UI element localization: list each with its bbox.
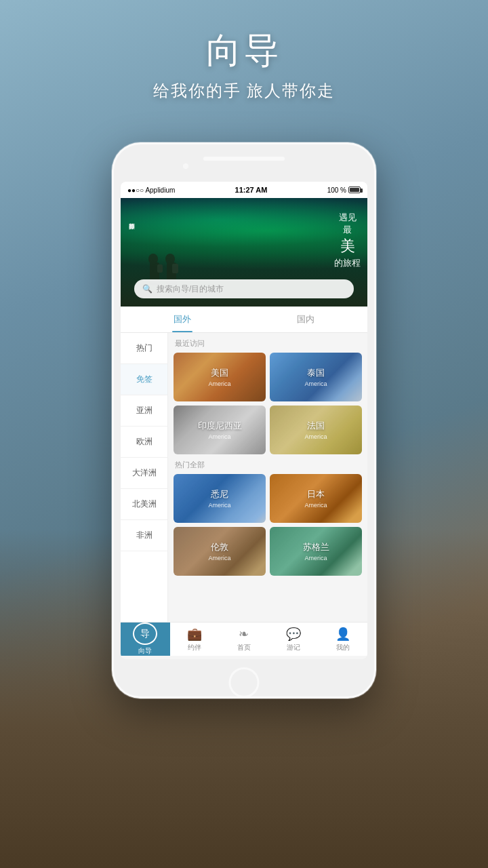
dest-card-france[interactable]: 法国 America bbox=[270, 406, 362, 454]
dest-usa-en: America bbox=[208, 380, 230, 387]
nav-guide-label: 向导 bbox=[138, 646, 152, 656]
hero-banner: 遇见 最 美 的旅程 摄影师推荐 🔍 搜索向导/目的城市 bbox=[121, 198, 367, 307]
dest-card-indonesia[interactable]: 印度尼西亚 America bbox=[174, 406, 266, 454]
svg-point-6 bbox=[165, 254, 175, 264]
dest-usa-overlay: 美国 America bbox=[174, 353, 266, 401]
nav-item-notes[interactable]: 💬 游记 bbox=[268, 623, 318, 656]
sidebar-item-europe[interactable]: 欧洲 bbox=[121, 427, 167, 458]
nav-guide-badge: 导 bbox=[133, 623, 157, 645]
status-bar: ●●○○ Applidium 11:27 AM 100 % bbox=[121, 182, 367, 198]
dest-scotland-overlay: 苏格兰 America bbox=[270, 527, 362, 576]
svg-rect-3 bbox=[157, 264, 163, 273]
nav-home-label: 首页 bbox=[237, 643, 251, 652]
dest-thailand-en: America bbox=[304, 380, 327, 387]
search-bar[interactable]: 🔍 搜索向导/目的城市 bbox=[134, 279, 354, 298]
dest-london-overlay: 伦敦 America bbox=[174, 527, 266, 576]
page-title-area: 向导 给我你的手 旅人带你走 bbox=[0, 27, 488, 102]
tabs-row: 国外 国内 bbox=[121, 307, 367, 333]
hero-big-char: 美 bbox=[334, 236, 361, 257]
hot-section-label: 热门全部 bbox=[174, 460, 362, 470]
svg-rect-7 bbox=[172, 264, 178, 273]
nav-notes-label: 游记 bbox=[287, 643, 300, 652]
nav-companions-icon: 💼 bbox=[187, 627, 202, 642]
nav-item-guide[interactable]: 导 向导 bbox=[121, 623, 170, 656]
battery-icon bbox=[348, 186, 361, 193]
dest-card-sydney[interactable]: 悉尼 America bbox=[174, 474, 266, 523]
recent-section-label: 最近访问 bbox=[174, 338, 362, 349]
sidebar-item-asia[interactable]: 亚洲 bbox=[121, 395, 167, 427]
dest-japan-cn: 日本 bbox=[307, 488, 325, 500]
recent-grid: 美国 America 泰国 America bbox=[174, 353, 362, 454]
sidebar-item-oceania[interactable]: 大洋洲 bbox=[121, 458, 167, 489]
phone-screen: ●●○○ Applidium 11:27 AM 100 % bbox=[121, 182, 367, 659]
dest-thailand-cn: 泰国 bbox=[307, 367, 325, 379]
nav-item-home[interactable]: ❧ 首页 bbox=[220, 623, 269, 656]
tab-domestic[interactable]: 国内 bbox=[244, 307, 367, 332]
sidebar-item-visa-free[interactable]: 免签 bbox=[121, 364, 167, 395]
nav-notes-icon: 💬 bbox=[286, 627, 301, 642]
dest-sydney-overlay: 悉尼 America bbox=[174, 474, 266, 523]
dest-france-en: America bbox=[304, 433, 327, 440]
dest-london-en: America bbox=[208, 555, 230, 561]
sidebar-item-africa[interactable]: 非洲 bbox=[121, 520, 167, 551]
bottom-nav: 导 向导 💼 约伴 ❧ 首页 💬 游记 👤 我的 bbox=[121, 622, 367, 656]
nav-guide-icon: 导 bbox=[140, 628, 150, 640]
phone-home-button[interactable] bbox=[229, 667, 260, 698]
dest-indonesia-en: America bbox=[208, 433, 230, 440]
dest-sydney-cn: 悉尼 bbox=[211, 488, 228, 500]
dest-card-london[interactable]: 伦敦 America bbox=[174, 527, 266, 576]
main-content: 热门 免签 亚洲 欧洲 大洋洲 北美洲 非洲 最近访问 美国 America bbox=[121, 333, 367, 622]
nav-companions-label: 约伴 bbox=[188, 643, 201, 652]
hot-grid: 悉尼 America 日本 America bbox=[174, 474, 362, 576]
nav-item-profile[interactable]: 👤 我的 bbox=[318, 623, 367, 656]
dest-indonesia-cn: 印度尼西亚 bbox=[198, 420, 242, 432]
battery-pct: 100 % bbox=[327, 186, 346, 194]
dest-france-overlay: 法国 America bbox=[270, 406, 362, 454]
hero-text: 遇见 最 美 的旅程 bbox=[334, 212, 361, 269]
dest-sydney-en: America bbox=[208, 502, 230, 509]
dest-card-thailand[interactable]: 泰国 America bbox=[270, 353, 362, 401]
dest-indonesia-overlay: 印度尼西亚 America bbox=[174, 406, 266, 454]
tab-abroad[interactable]: 国外 bbox=[121, 307, 244, 332]
nav-profile-label: 我的 bbox=[336, 643, 350, 652]
dest-usa-cn: 美国 bbox=[211, 367, 228, 379]
time-display: 11:27 AM bbox=[235, 186, 268, 194]
page-title-sub: 给我你的手 旅人带你走 bbox=[0, 80, 488, 102]
dest-card-usa[interactable]: 美国 America bbox=[174, 353, 266, 401]
page-title-main: 向导 bbox=[0, 27, 488, 75]
dest-london-cn: 伦敦 bbox=[211, 541, 228, 553]
carrier-text: ●●○○ Applidium bbox=[127, 186, 175, 194]
phone-volume-button bbox=[374, 267, 376, 321]
nav-profile-icon: 👤 bbox=[336, 627, 350, 642]
sidebar-item-hot[interactable]: 热门 bbox=[121, 333, 167, 364]
phone-power-button bbox=[374, 226, 376, 260]
phone-vol-down-button bbox=[112, 270, 114, 290]
left-sidebar: 热门 免签 亚洲 欧洲 大洋洲 北美洲 非洲 bbox=[121, 333, 168, 622]
phone-mute-button bbox=[112, 212, 114, 233]
search-placeholder-text: 搜索向导/目的城市 bbox=[157, 283, 224, 295]
battery-area: 100 % bbox=[327, 186, 361, 194]
nav-home-icon: ❧ bbox=[239, 627, 249, 642]
dest-card-japan[interactable]: 日本 America bbox=[270, 474, 362, 523]
sidebar-item-north-america[interactable]: 北美洲 bbox=[121, 489, 167, 520]
phone-frame: ●●○○ Applidium 11:27 AM 100 % bbox=[112, 142, 376, 698]
phone-speaker bbox=[203, 157, 285, 161]
phone-vol-up-button bbox=[112, 239, 114, 260]
dest-thailand-overlay: 泰国 America bbox=[270, 353, 362, 401]
svg-point-2 bbox=[148, 254, 158, 264]
dest-scotland-cn: 苏格兰 bbox=[303, 541, 329, 553]
phone-camera bbox=[183, 163, 188, 169]
dest-japan-overlay: 日本 America bbox=[270, 474, 362, 523]
dest-card-scotland[interactable]: 苏格兰 America bbox=[270, 527, 362, 576]
nav-item-companions[interactable]: 💼 约伴 bbox=[170, 623, 220, 656]
right-content: 最近访问 美国 America 泰国 America bbox=[168, 333, 367, 622]
search-icon: 🔍 bbox=[142, 284, 152, 294]
dest-scotland-en: America bbox=[304, 555, 327, 561]
battery-fill bbox=[350, 188, 359, 192]
dest-france-cn: 法国 bbox=[307, 420, 325, 432]
dest-japan-en: America bbox=[304, 502, 327, 509]
